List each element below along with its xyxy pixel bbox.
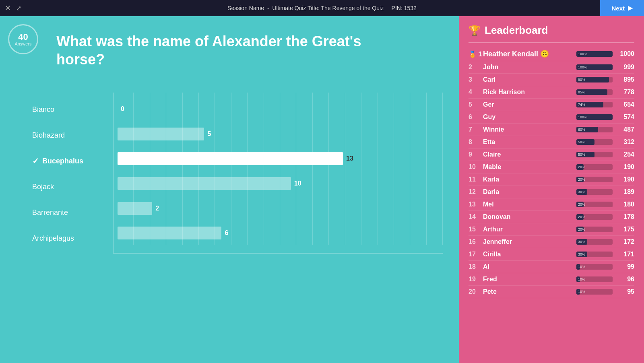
leaderboard-row: 3Carl90%895 (469, 74, 634, 86)
lb-bar-label: 10% (578, 264, 585, 270)
lb-bar-wrap: 10% (576, 264, 613, 270)
lb-name: Fred (483, 276, 576, 283)
lb-score: 254 (617, 151, 634, 158)
leaderboard-title: Leaderboard (485, 24, 548, 37)
leaderboard-row: 🏅 1Heather Kendall 🙃100%1000 (469, 47, 634, 61)
lb-name: Claire (483, 151, 576, 158)
lb-score: 574 (617, 113, 634, 121)
lb-rank: 2 (469, 64, 483, 71)
answer-label: Archipelagus (32, 225, 113, 251)
lb-bar-wrap: 100% (576, 114, 613, 120)
lb-score: 487 (617, 126, 634, 133)
lb-bar-wrap: 20% (576, 177, 613, 182)
gridline (345, 93, 361, 245)
lb-bar-label: 30% (578, 189, 585, 195)
lb-rank: 🏅 1 (469, 50, 483, 58)
leaderboard-panel: 🏆 Leaderboard 🏅 1Heather Kendall 🙃100%10… (459, 16, 644, 363)
lb-bar-label: 50% (578, 139, 585, 145)
session-info: Session Name - Ultimate Quiz Title: The … (227, 5, 417, 11)
lb-bar-label: 50% (578, 152, 585, 157)
gridline (410, 93, 426, 245)
answer-label: ✓Bucephalus (32, 148, 113, 174)
gridline (150, 93, 166, 245)
lb-bar-wrap: 10% (576, 276, 613, 282)
lb-score: 96 (617, 276, 634, 283)
lb-bar-wrap: 85% (576, 89, 613, 95)
leaderboard-row: 16Jenneffer30%172 (469, 236, 634, 248)
lb-rank: 10 (469, 163, 483, 171)
answers-label: Answers (14, 41, 31, 46)
lb-bar-wrap: 30% (576, 189, 613, 195)
leaderboard-header: 🏆 Leaderboard (469, 24, 634, 43)
lb-bar-label: 30% (578, 252, 585, 257)
answer-label: Bojack (32, 174, 113, 200)
lb-rank: 8 (469, 138, 483, 146)
lb-score: 99 (617, 263, 634, 270)
lb-name: Carl (483, 76, 576, 83)
lb-rank: 11 (469, 176, 483, 183)
answer-label: Bianco (32, 97, 113, 122)
gridline (231, 93, 248, 245)
check-icon: ✓ (32, 156, 39, 166)
lb-rank: 15 (469, 226, 483, 233)
answer-label: Biohazard (32, 122, 113, 148)
expand-button[interactable]: ⤢ (16, 4, 21, 12)
answer-label: Barrenante (32, 200, 113, 225)
lb-name: Ger (483, 101, 576, 108)
leaderboard-row: 4Rick Harrison85%778 (469, 86, 634, 99)
lb-bar-label: 20% (578, 202, 585, 207)
lb-bar-wrap: 74% (576, 102, 613, 107)
lb-bar-wrap: 10% (576, 289, 613, 295)
leaderboard-row: 19Fred10%96 (469, 273, 634, 286)
lb-name: Etta (483, 138, 576, 146)
lb-rank: 5 (469, 101, 483, 108)
leaderboard-row: 9Claire50%254 (469, 148, 634, 161)
gridline (329, 93, 345, 245)
chart-container: BiancoBiohazard✓BucephalusBojackBarrenan… (32, 93, 443, 254)
lb-bar-label: 100% (578, 114, 587, 120)
next-button[interactable]: Next ▶ (600, 0, 644, 16)
close-button[interactable]: ✕ (5, 4, 11, 12)
lb-rank: 18 (469, 263, 483, 270)
lb-name: Donovan (483, 213, 576, 221)
lb-name: Karla (483, 176, 576, 183)
gridline (118, 93, 134, 245)
lb-bar-label: 90% (578, 77, 585, 82)
lb-bar-label: 20% (578, 214, 585, 220)
lb-bar-wrap: 30% (576, 239, 613, 245)
gridline (215, 93, 231, 245)
lb-name: Rick Harrison (483, 89, 576, 96)
lb-name: Winnie (483, 126, 576, 133)
lb-score: 895 (617, 76, 634, 83)
lb-rank: 14 (469, 213, 483, 221)
gridline (199, 93, 215, 245)
lb-rank: 12 (469, 188, 483, 196)
lb-score: 190 (617, 176, 634, 183)
lb-bar-wrap: 20% (576, 164, 613, 170)
lb-name: John (483, 64, 576, 71)
lb-score: 1000 (617, 50, 634, 58)
gridline (166, 93, 182, 245)
lb-rank: 7 (469, 126, 483, 133)
lb-name: Al (483, 263, 576, 270)
gridline (394, 93, 410, 245)
lb-bar-label: 100% (578, 64, 587, 70)
main-layout: 40 Answers What was the name of Alexande… (0, 16, 644, 363)
gridline (248, 93, 264, 245)
lb-bar-label: 85% (578, 89, 585, 95)
lb-name: Pete (483, 288, 576, 295)
question-text: What was the name of Alexander the Great… (56, 32, 398, 68)
leaderboard-row: 11Karla20%190 (469, 173, 634, 186)
lb-bar-wrap: 20% (576, 227, 613, 232)
lb-score: 175 (617, 226, 634, 233)
lb-rank: 16 (469, 238, 483, 245)
leaderboard-icon: 🏆 (469, 25, 481, 36)
leaderboard-row: 17Cirilla30%171 (469, 248, 634, 261)
leaderboard-row: 14Donovan20%178 (469, 211, 634, 223)
lb-bar-wrap: 50% (576, 152, 613, 157)
lb-bar-label: 20% (578, 227, 585, 232)
lb-bar-label: 100% (578, 51, 587, 57)
lb-bar-label: 30% (578, 239, 585, 245)
lb-rank: 17 (469, 251, 483, 258)
lb-bar-label: 20% (578, 164, 585, 170)
